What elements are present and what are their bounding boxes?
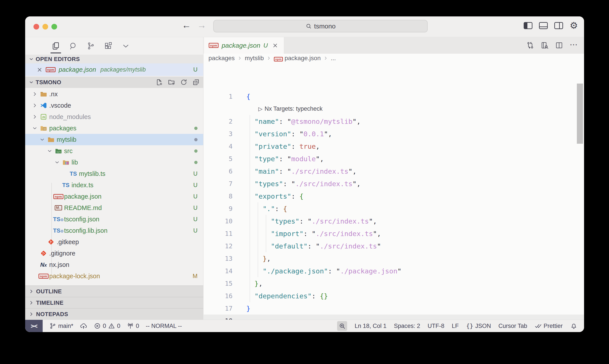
tree-item-node-modules[interactable]: JSnode_modules <box>25 111 203 122</box>
activity-source-control[interactable] <box>86 40 96 52</box>
tree-item-package-lock.json[interactable]: npmpackage-lock.jsonM <box>25 270 203 282</box>
new-file-icon[interactable] <box>155 78 163 86</box>
activity-explorer[interactable] <box>51 40 61 52</box>
status-item[interactable] <box>80 322 87 330</box>
codelens-row[interactable]: ▷Nx Targets: typecheck <box>204 103 584 115</box>
status-item-spaces-2[interactable]: Spaces: 2 <box>394 323 420 329</box>
breadcrumb-item[interactable]: ... <box>331 55 336 62</box>
tree-item-label: tsconfig.lib.json <box>64 227 107 234</box>
toggle-secondary-sidebar-button[interactable] <box>554 22 563 29</box>
tree-item-nx.json[interactable]: Nxnx.json <box>25 259 203 270</box>
tree-item-lib[interactable]: lib <box>25 157 203 168</box>
minimize-window-button[interactable] <box>42 24 48 29</box>
remote-indicator[interactable]: >< <box>25 320 43 332</box>
navigate-forward-button[interactable]: → <box>196 20 207 30</box>
tree-item-package.json[interactable]: npmpackage.jsonU <box>25 191 203 202</box>
code-line-17[interactable]: 17} <box>204 302 584 314</box>
toggle-panel-button[interactable] <box>539 22 548 29</box>
code-line-4[interactable]: 4 "private": true, <box>204 140 584 153</box>
status-item-zoom-in-icon[interactable] <box>337 321 347 331</box>
activity-more-views[interactable] <box>121 40 130 52</box>
tree-item-.nx[interactable]: .nx <box>25 88 203 100</box>
code-line-12[interactable]: 12 "default": "./src/index.ts" <box>204 240 584 252</box>
navigate-back-button[interactable]: ← <box>181 20 192 30</box>
code-line-18[interactable]: 18 <box>204 314 584 320</box>
status-item-0[interactable]: 0 <box>127 323 139 329</box>
status-item-main-[interactable]: main* <box>49 323 73 329</box>
tree-item-src[interactable]: </>src <box>25 145 203 157</box>
more-actions-icon[interactable]: ⋯ <box>570 42 578 48</box>
status-item-ln-18-col-1[interactable]: Ln 18, Col 1 <box>355 323 387 329</box>
open-editor-item[interactable]: npmpackage.jsonpackages/mytslibU <box>25 64 203 76</box>
code-line-1[interactable]: 1{ <box>204 90 584 103</box>
code-line-9[interactable]: 9 ".": { <box>204 202 584 215</box>
toggle-primary-sidebar-button[interactable] <box>524 22 532 29</box>
tree-item-label: .gitignore <box>49 250 75 257</box>
command-center-search[interactable]: tsmono <box>213 20 428 32</box>
tree-item-index.ts[interactable]: TSindex.tsU <box>25 179 203 191</box>
close-editor-icon[interactable] <box>37 67 43 73</box>
tree-item-.gitignore[interactable]: .gitignore <box>25 248 203 259</box>
code-editor[interactable]: 1{▷Nx Targets: typecheck2 "name": "@tsmo… <box>204 63 584 320</box>
split-editor-icon[interactable] <box>555 41 563 49</box>
tree-item-tsconfig.json[interactable]: TS⚙tsconfig.jsonU <box>25 213 203 225</box>
tree-item-mytslib.ts[interactable]: TSmytslib.tsU <box>25 168 203 179</box>
code-line-5[interactable]: 5 "type": "module", <box>204 153 584 165</box>
status-item-cursor-tab[interactable]: Cursor Tab <box>498 323 527 329</box>
status-item-prettier[interactable]: Prettier <box>535 323 563 329</box>
line-number: 9 <box>204 205 233 212</box>
code-line-14[interactable]: 14 "./package.json": "./package.json" <box>204 265 584 277</box>
code-line-16[interactable]: 16 "dependencies": {} <box>204 290 584 302</box>
code-line-text: } <box>246 304 250 312</box>
explorer-section-header[interactable]: TSMONO <box>25 77 203 88</box>
git-status-badge: U <box>193 193 198 200</box>
breadcrumb-item[interactable]: packages <box>208 55 235 62</box>
tree-item-packages[interactable]: packages <box>25 122 203 134</box>
activity-search[interactable] <box>68 40 78 52</box>
new-folder-icon[interactable] <box>168 78 175 86</box>
close-window-button[interactable] <box>33 24 39 29</box>
status-bar: ><main*000-- NORMAL -- Ln 18, Col 1Space… <box>25 320 584 332</box>
refresh-icon[interactable] <box>180 78 187 86</box>
status-item-lf[interactable]: LF <box>452 323 459 329</box>
open-editors-header[interactable]: OPEN EDITORS <box>25 55 203 64</box>
tree-item-label: packages <box>49 125 76 132</box>
tree-item-tsconfig.lib.json[interactable]: TS⚙tsconfig.lib.jsonU <box>25 225 203 236</box>
code-line-3[interactable]: 3 "version": "0.0.1", <box>204 128 584 140</box>
codelens[interactable]: ▷Nx Targets: typecheck <box>258 105 323 112</box>
collapse-all-icon[interactable] <box>192 78 200 86</box>
code-line-10[interactable]: 10 "types": "./src/index.ts", <box>204 215 584 227</box>
breadcrumb-item[interactable]: npmpackage.json <box>274 55 321 62</box>
tree-item-.gitkeep[interactable]: .gitkeep <box>25 236 203 248</box>
tree-item-label: src <box>64 147 73 155</box>
code-line-6[interactable]: 6 "main": "./src/index.ts", <box>204 165 584 177</box>
tree-item-label: package.json <box>64 193 102 200</box>
tab-package-json[interactable]: npm package.json U <box>204 37 284 53</box>
open-preview-icon[interactable] <box>541 41 549 49</box>
breadcrumb-item[interactable]: mytslib <box>245 55 264 62</box>
code-line-15[interactable]: 15 }, <box>204 277 584 290</box>
panel-header-outline[interactable]: OUTLINE <box>25 286 203 297</box>
close-tab-button[interactable] <box>272 42 278 49</box>
status-item-bell-icon[interactable] <box>570 322 578 330</box>
code-line-7[interactable]: 7 "types": "./src/index.ts", <box>204 177 584 190</box>
tree-item-.vscode[interactable]: .vscode <box>25 100 203 111</box>
status-item-utf-8[interactable]: UTF-8 <box>428 323 444 329</box>
code-line-8[interactable]: 8 "exports": { <box>204 190 584 202</box>
status-item-0[interactable]: 00 <box>94 323 120 329</box>
activity-extensions[interactable] <box>104 40 113 52</box>
tree-item-readme.md[interactable]: M↓README.mdU <box>25 202 203 213</box>
tree-item-mytslib[interactable]: mytslib <box>25 134 203 145</box>
panel-header-timeline[interactable]: TIMELINE <box>25 297 203 308</box>
panel-header-notepads[interactable]: NOTEPADS <box>25 308 203 320</box>
status-item--normal-[interactable]: -- NORMAL -- <box>146 323 182 329</box>
svg-text:JS: JS <box>42 116 45 119</box>
code-line-11[interactable]: 11 "import": "./src/index.ts", <box>204 227 584 240</box>
open-changes-icon[interactable] <box>526 41 534 49</box>
status-item-json[interactable]: {}JSON <box>466 323 491 329</box>
code-line-2[interactable]: 2 "name": "@tsmono/mytslib", <box>204 115 584 128</box>
code-line-13[interactable]: 13 }, <box>204 252 584 265</box>
settings-gear-icon[interactable]: ⚙ <box>570 22 578 29</box>
line-number: 13 <box>204 255 233 262</box>
maximize-window-button[interactable] <box>52 24 57 29</box>
